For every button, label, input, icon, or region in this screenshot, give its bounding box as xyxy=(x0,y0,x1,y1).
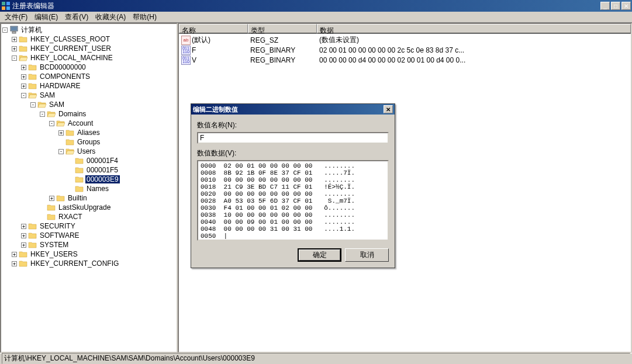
tree-node[interactable]: -SAM xyxy=(2,100,175,109)
menu-favorites[interactable]: 收藏夹(A) xyxy=(92,12,129,23)
tree-label[interactable]: HKEY_CURRENT_CONFIG xyxy=(29,259,120,268)
tree-node[interactable]: +COMPONENTS xyxy=(2,72,175,81)
tree-node[interactable]: -SAM xyxy=(2,91,175,100)
tree-toggle[interactable]: + xyxy=(21,233,26,238)
ok-button[interactable]: 确定 xyxy=(298,248,341,262)
tree-label[interactable]: SYSTEM xyxy=(39,241,70,249)
value-name-input[interactable] xyxy=(197,132,389,144)
tree-label[interactable]: SAM xyxy=(48,100,65,109)
tree-node[interactable]: +Aliases xyxy=(2,128,175,137)
col-data[interactable]: 数据 xyxy=(317,24,631,33)
tree-toggle[interactable]: + xyxy=(12,46,17,51)
tree-node[interactable]: 000001F4 xyxy=(2,156,175,165)
tree-toggle[interactable]: + xyxy=(12,37,17,42)
tree-node[interactable]: +HKEY_CLASSES_ROOT xyxy=(2,34,175,44)
tree-label[interactable]: Account xyxy=(67,119,94,127)
tree-node[interactable]: +HKEY_CURRENT_USER xyxy=(2,44,175,53)
tree-label[interactable]: Builtin xyxy=(67,194,88,202)
tree-node[interactable]: +Builtin xyxy=(2,193,175,203)
tree-node[interactable]: -Users xyxy=(2,147,175,156)
dialog-titlebar[interactable]: 编辑二进制数值 ✕ xyxy=(191,104,395,115)
tree-toggle[interactable]: + xyxy=(12,252,17,257)
tree-node[interactable]: -HKEY_LOCAL_MACHINE xyxy=(2,53,175,63)
svg-rect-6 xyxy=(12,32,16,33)
maximize-button[interactable]: □ xyxy=(611,2,620,10)
tree-toggle[interactable]: - xyxy=(12,56,17,61)
tree-node[interactable]: +HKEY_CURRENT_CONFIG xyxy=(2,259,175,268)
tree-label[interactable]: BCD00000000 xyxy=(39,63,87,71)
tree-label[interactable]: HKEY_USERS xyxy=(29,250,79,258)
tree-toggle[interactable]: - xyxy=(2,27,8,33)
menu-view[interactable]: 查看(V) xyxy=(61,12,92,23)
tree-toggle[interactable]: + xyxy=(21,224,26,229)
tree-node[interactable]: +SYSTEM xyxy=(2,240,175,249)
tree-node[interactable]: LastSkuUpgrade xyxy=(2,203,175,212)
folder-icon xyxy=(28,72,37,81)
folder-icon xyxy=(28,222,37,230)
tree-panel[interactable]: -计算机+HKEY_CLASSES_ROOT+HKEY_CURRENT_USER… xyxy=(0,23,178,353)
dialog-close-button[interactable]: ✕ xyxy=(384,105,393,113)
tree-node[interactable]: +HARDWARE xyxy=(2,81,175,91)
tree-toggle[interactable]: - xyxy=(21,93,26,98)
string-icon: ab xyxy=(181,36,191,45)
tree-toggle[interactable]: - xyxy=(40,112,45,117)
tree-label[interactable]: HKEY_CLASSES_ROOT xyxy=(29,35,111,43)
tree-node[interactable]: 000003E9 xyxy=(2,175,175,184)
tree-label[interactable]: HKEY_LOCAL_MACHINE xyxy=(29,54,114,62)
list-row[interactable]: ab(默认)REG_SZ(数值未设置) xyxy=(179,35,631,45)
tree-label[interactable]: HKEY_CURRENT_USER xyxy=(29,44,112,53)
tree-toggle[interactable]: + xyxy=(21,84,26,89)
tree-label[interactable]: COMPONENTS xyxy=(39,72,91,81)
tree-label[interactable]: SAM xyxy=(39,91,56,99)
tree-label[interactable]: LastSkuUpgrade xyxy=(57,203,112,212)
col-name[interactable]: 名称 xyxy=(179,24,248,33)
tree-node[interactable]: -Domains xyxy=(2,109,175,119)
folder-open-icon xyxy=(56,119,65,127)
tree-node[interactable]: 000001F5 xyxy=(2,165,175,175)
tree-label[interactable]: 计算机 xyxy=(20,25,43,35)
tree-label[interactable]: 000003E9 xyxy=(85,175,120,183)
tree-toggle[interactable]: + xyxy=(21,242,26,248)
tree-label[interactable]: Groups xyxy=(76,138,101,146)
tree-toggle[interactable]: - xyxy=(58,149,64,154)
tree-node[interactable]: Groups xyxy=(2,137,175,147)
tree-toggle[interactable]: - xyxy=(30,102,36,108)
tree-node[interactable]: +SECURITY xyxy=(2,221,175,231)
folder-icon xyxy=(75,175,84,183)
tree-label[interactable]: HARDWARE xyxy=(39,82,82,90)
close-button[interactable]: ✕ xyxy=(621,2,631,10)
tree-label[interactable]: RXACT xyxy=(57,213,84,221)
tree-label[interactable]: SOFTWARE xyxy=(39,231,81,240)
tree-node[interactable]: Names xyxy=(2,184,175,193)
value-name: F xyxy=(192,46,196,54)
tree-node[interactable]: +HKEY_USERS xyxy=(2,249,175,259)
tree-node[interactable]: +SOFTWARE xyxy=(2,231,175,240)
tree-toggle[interactable]: + xyxy=(49,196,54,201)
tree-label[interactable]: Domains xyxy=(57,110,87,118)
tree-node[interactable]: +BCD00000000 xyxy=(2,63,175,72)
tree-toggle[interactable]: + xyxy=(21,65,26,70)
folder-icon xyxy=(19,35,28,43)
tree-toggle[interactable]: + xyxy=(58,130,64,136)
tree-toggle[interactable]: + xyxy=(12,261,17,266)
menu-file[interactable]: 文件(F) xyxy=(1,12,31,23)
tree-node[interactable]: -计算机 xyxy=(2,25,175,34)
tree-label[interactable]: Users xyxy=(76,147,96,155)
tree-node[interactable]: RXACT xyxy=(2,212,175,221)
menu-edit[interactable]: 编辑(E) xyxy=(31,12,61,23)
value-data-textarea[interactable] xyxy=(197,160,389,241)
tree-label[interactable]: SECURITY xyxy=(39,222,77,230)
tree-label[interactable]: Names xyxy=(85,185,110,193)
menu-help[interactable]: 帮助(H) xyxy=(129,12,160,23)
list-row[interactable]: 011110FREG_BINARY02 00 01 00 00 00 00 00… xyxy=(179,45,631,55)
col-type[interactable]: 类型 xyxy=(248,24,317,33)
cancel-button[interactable]: 取消 xyxy=(345,248,389,262)
tree-label[interactable]: 000001F4 xyxy=(85,157,119,165)
tree-label[interactable]: 000001F5 xyxy=(85,166,119,174)
tree-label[interactable]: Aliases xyxy=(76,129,101,137)
list-row[interactable]: 011110VREG_BINARY00 00 00 00 d4 00 00 00… xyxy=(179,55,631,65)
tree-toggle[interactable]: + xyxy=(21,74,26,79)
tree-node[interactable]: -Account xyxy=(2,119,175,128)
tree-toggle[interactable]: - xyxy=(49,121,54,126)
minimize-button[interactable]: _ xyxy=(600,2,610,10)
